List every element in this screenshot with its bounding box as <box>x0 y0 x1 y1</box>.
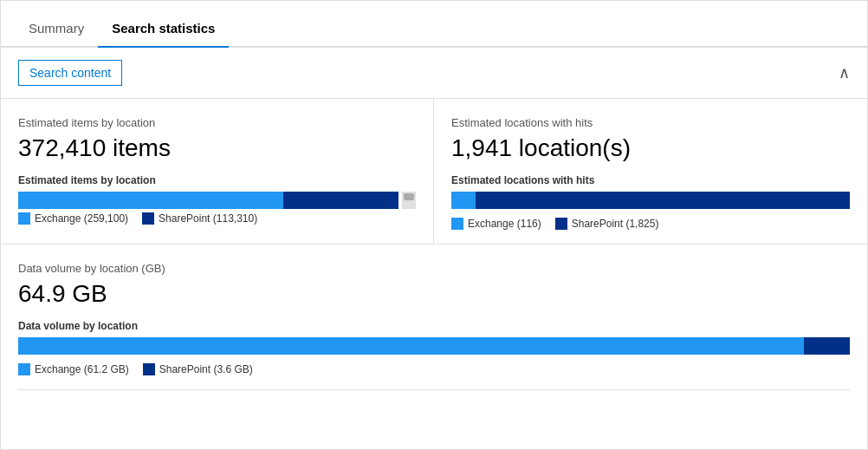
legend-label-sharepoint: SharePoint (113,310) <box>159 212 257 225</box>
main-container: Summary Search statistics Search content… <box>0 0 868 450</box>
data-volume-sharepoint-bar <box>804 337 850 355</box>
legend-item-sharepoint: SharePoint (113,310) <box>142 212 257 225</box>
legend-item-sharepoint-loc: SharePoint (1,825) <box>555 218 659 230</box>
legend-label-sharepoint-loc: SharePoint (1,825) <box>572 218 659 230</box>
legend-dot-exchange-vol <box>18 363 30 375</box>
data-volume-section: Data volume by location (GB) 64.9 GB Dat… <box>1 245 867 389</box>
estimated-items-value: 372,410 items <box>18 134 416 162</box>
data-volume-legend: Exchange (61.2 GB) SharePoint (3.6 GB) <box>18 363 850 375</box>
data-volume-exchange-bar <box>18 337 804 355</box>
estimated-items-sharepoint-bar <box>283 192 398 209</box>
tab-summary[interactable]: Summary <box>15 10 98 48</box>
data-volume-bar-container <box>18 337 850 355</box>
estimated-items-legend: Exchange (259,100) SharePoint (113,310) <box>18 212 416 225</box>
legend-item-exchange-loc: Exchange (116) <box>451 218 541 230</box>
tab-bar: Summary Search statistics <box>1 1 867 48</box>
scrollbar-thumb[interactable] <box>404 193 414 200</box>
legend-item-exchange-vol: Exchange (61.2 GB) <box>18 363 129 375</box>
estimated-locations-bar-label: Estimated locations with hits <box>451 174 850 186</box>
estimated-items-label: Estimated items by location <box>18 116 416 129</box>
estimated-locations-panel: Estimated locations with hits 1,941 loca… <box>434 99 867 244</box>
data-volume-value: 64.9 GB <box>18 280 850 308</box>
legend-label-exchange-vol: Exchange (61.2 GB) <box>35 363 129 375</box>
estimated-items-bar-label: Estimated items by location <box>18 174 416 186</box>
estimated-locations-bar-container <box>451 192 850 209</box>
legend-item-sharepoint-vol: SharePoint (3.6 GB) <box>143 363 253 375</box>
tab-search-statistics[interactable]: Search statistics <box>98 10 229 48</box>
collapse-icon[interactable]: ∧ <box>839 63 850 82</box>
legend-label-exchange-loc: Exchange (116) <box>468 218 541 230</box>
legend-dot-exchange <box>18 212 30 225</box>
estimated-locations-value: 1,941 location(s) <box>451 134 850 162</box>
search-content-button[interactable]: Search content <box>18 60 122 86</box>
estimated-locations-sharepoint-bar <box>476 192 850 209</box>
estimated-items-bar-container <box>18 192 416 209</box>
legend-label-sharepoint-vol: SharePoint (3.6 GB) <box>159 363 253 375</box>
legend-label-exchange: Exchange (259,100) <box>35 212 128 225</box>
legend-item-exchange: Exchange (259,100) <box>18 212 128 225</box>
legend-dot-exchange-loc <box>451 218 463 230</box>
legend-dot-sharepoint <box>142 212 154 225</box>
bottom-divider <box>18 389 850 390</box>
section-header: Search content ∧ <box>1 48 867 99</box>
data-volume-label: Data volume by location (GB) <box>18 262 850 275</box>
estimated-items-bar <box>18 192 398 209</box>
estimated-locations-legend: Exchange (116) SharePoint (1,825) <box>451 218 850 230</box>
estimated-items-exchange-bar <box>18 192 283 209</box>
legend-dot-sharepoint-vol <box>143 363 155 375</box>
vertical-scrollbar[interactable] <box>402 192 416 209</box>
estimated-items-panel: Estimated items by location 372,410 item… <box>1 99 434 244</box>
stats-grid-top: Estimated items by location 372,410 item… <box>1 99 867 245</box>
estimated-locations-label: Estimated locations with hits <box>451 116 850 129</box>
legend-dot-sharepoint-loc <box>555 218 567 230</box>
data-volume-bar-label: Data volume by location <box>18 320 850 332</box>
estimated-locations-exchange-bar <box>451 192 476 209</box>
